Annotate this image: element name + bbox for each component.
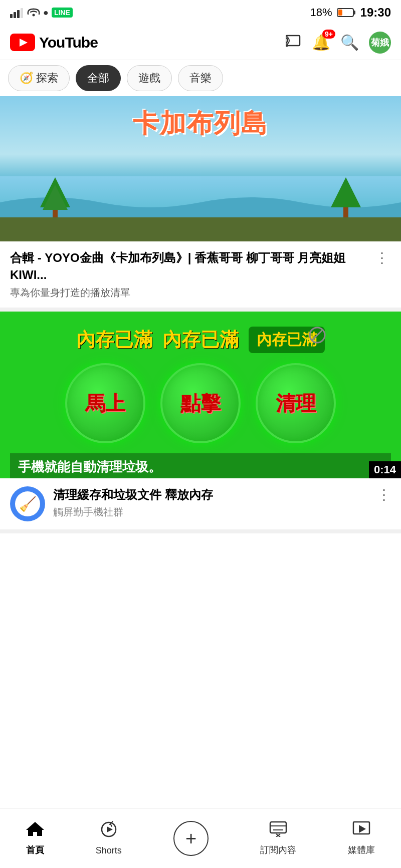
youtube-logo[interactable]: YouTube xyxy=(10,34,286,51)
home-label: 首頁 xyxy=(26,844,44,856)
shorts-label: Shorts xyxy=(96,845,122,856)
user-avatar[interactable]: 菊娥 xyxy=(369,32,391,54)
time-display: 19:30 xyxy=(360,6,391,20)
subscriptions-icon xyxy=(269,821,287,841)
ad-button-1-label: 馬上 xyxy=(85,390,125,417)
ad-warning-text-1: 內存已滿 xyxy=(76,327,152,353)
video2-title: 清理緩存和垃圾文件 釋放內存 xyxy=(53,486,369,503)
video2-subtitle: 觸屏勤手機社群 xyxy=(53,505,369,519)
bottom-spacer xyxy=(0,533,401,604)
shorts-icon xyxy=(100,820,118,842)
home-icon xyxy=(26,821,44,841)
svg-rect-1 xyxy=(14,12,16,18)
library-icon xyxy=(352,821,370,841)
nav-item-subscriptions[interactable]: 訂閱內容 xyxy=(252,817,304,860)
ad-buttons-row: 馬上 點擊 清理 xyxy=(65,363,336,443)
explore-label: 探索 xyxy=(36,71,58,86)
video2-more-button[interactable]: ⋮ xyxy=(377,486,391,503)
video2-info: 清理緩存和垃圾文件 釋放內存 觸屏勤手機社群 xyxy=(53,486,369,519)
line-app-icon: LINE xyxy=(52,8,73,18)
library-label: 媒體庫 xyxy=(348,844,375,856)
ad-button-3[interactable]: 清理 xyxy=(256,363,336,443)
nav-item-library[interactable]: 媒體庫 xyxy=(340,817,383,860)
avatar-text: 菊娥 xyxy=(371,37,389,49)
svg-rect-2 xyxy=(17,10,20,18)
svg-rect-6 xyxy=(353,11,355,15)
video1-title: 合輯 - YOYO金曲《卡加布列島》| 香蕉哥哥 柳丁哥哥 月亮姐姐 KIWI.… xyxy=(10,249,368,283)
nav-icon-group: 🔔 9+ 🔍 菊娥 xyxy=(286,32,391,54)
ad-warning-text-2: 內存已滿 xyxy=(162,327,239,353)
games-label: 遊戲 xyxy=(138,71,160,86)
youtube-icon xyxy=(10,34,35,51)
filter-chip-music[interactable]: 音樂 xyxy=(178,65,223,91)
ad-button-3-label: 清理 xyxy=(276,390,316,417)
video1-title-row: 合輯 - YOYO金曲《卡加布列島》| 香蕉哥哥 柳丁哥哥 月亮姐姐 KIWI.… xyxy=(10,249,391,283)
music-label: 音樂 xyxy=(189,71,212,86)
nav-item-shorts[interactable]: Shorts xyxy=(88,816,130,860)
filter-chip-games[interactable]: 遊戲 xyxy=(127,65,172,91)
channel-avatar-icon: 🧹 xyxy=(15,491,40,516)
bottom-navigation: 首頁 Shorts + 訂閱內容 xyxy=(0,808,401,868)
video2-card: 🧹 清理緩存和垃圾文件 釋放內存 觸屏勤手機社群 ⋮ xyxy=(0,478,401,533)
video1-info: 合輯 - YOYO金曲《卡加布列島》| 香蕉哥哥 柳丁哥哥 月亮姐姐 KIWI.… xyxy=(0,241,401,312)
svg-point-9 xyxy=(286,45,288,47)
add-icon: + xyxy=(185,829,196,848)
ad-warning-text-3: 內存已滿 xyxy=(257,331,317,348)
video1-thumb-title: 卡加布列島 xyxy=(0,106,401,141)
ad-banner[interactable]: 內存已滿 內存已滿 內存已滿 馬上 點擊 清理 手機就能自動清理垃圾。 0:14 xyxy=(0,312,401,478)
ad-warning-badge: 內存已滿 xyxy=(249,327,325,353)
ad-duration: 0:14 xyxy=(369,461,401,478)
svg-rect-18 xyxy=(270,822,286,833)
svg-rect-7 xyxy=(338,10,342,16)
ad-button-1[interactable]: 馬上 xyxy=(65,363,145,443)
ad-button-2[interactable]: 點擊 xyxy=(160,363,241,443)
svg-line-16 xyxy=(312,330,323,341)
battery-icon xyxy=(337,8,355,18)
svg-marker-24 xyxy=(359,825,366,833)
svg-marker-17 xyxy=(26,822,44,836)
signal-area: ● LINE xyxy=(10,7,73,18)
channel-emoji: 🧹 xyxy=(19,496,37,512)
search-icon[interactable]: 🔍 xyxy=(340,34,359,51)
youtube-wordmark: YouTube xyxy=(39,34,98,51)
compass-icon: 🧭 xyxy=(20,72,33,85)
video1-subtitle: 專為你量身打造的播放清單 xyxy=(10,286,391,300)
nav-item-add[interactable]: + xyxy=(165,817,217,860)
add-button[interactable]: + xyxy=(173,821,209,856)
status-bar: ● LINE 18% 19:30 xyxy=(0,0,401,25)
svg-rect-0 xyxy=(10,14,13,18)
subscriptions-label: 訂閱內容 xyxy=(260,844,296,856)
nav-item-home[interactable]: 首頁 xyxy=(18,817,52,860)
video2-channel-avatar[interactable]: 🧹 xyxy=(10,486,45,521)
filter-bar: 🧭 探索 全部 遊戲 音樂 xyxy=(0,60,401,96)
ad-thumb-bottom: 手機就能自動清理垃圾。 0:14 xyxy=(10,453,391,478)
filter-chip-explore[interactable]: 🧭 探索 xyxy=(8,65,70,91)
video1-more-button[interactable]: ⋮ xyxy=(373,249,391,266)
notification-badge: 9+ xyxy=(322,30,335,39)
notification-bell[interactable]: 🔔 9+ xyxy=(312,34,330,51)
svg-marker-14 xyxy=(331,177,361,207)
top-navigation: YouTube 🔔 9+ 🔍 菊娥 xyxy=(0,25,401,60)
all-label: 全部 xyxy=(87,71,109,86)
network-icon: ● xyxy=(43,8,49,18)
video1-thumbnail[interactable]: 卡加布列島 ((·)) xyxy=(0,96,401,241)
filter-chip-all[interactable]: 全部 xyxy=(76,65,121,91)
svg-rect-3 xyxy=(21,8,23,18)
battery-percentage: 18% xyxy=(310,6,332,19)
ad-warning-row: 內存已滿 內存已滿 內存已滿 xyxy=(76,327,325,353)
cast-icon[interactable] xyxy=(286,34,302,51)
svg-point-4 xyxy=(33,14,35,17)
ad-footer-text: 手機就能自動清理垃圾。 xyxy=(18,453,161,478)
ad-button-2-label: 點擊 xyxy=(180,390,221,417)
